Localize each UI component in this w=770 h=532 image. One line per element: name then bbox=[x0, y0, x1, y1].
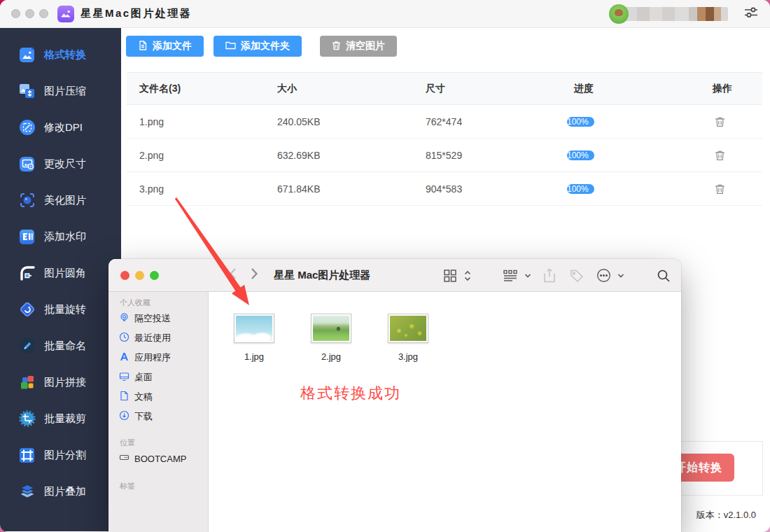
cell-dimensions: 904*583 bbox=[426, 183, 574, 195]
table-header: 文件名(3) 大小 尺寸 进度 操作 bbox=[127, 72, 762, 105]
batch-rename-icon bbox=[19, 337, 36, 354]
add-files-button[interactable]: 添加文件 bbox=[126, 36, 204, 57]
tag-icon[interactable] bbox=[570, 259, 584, 292]
format-convert-icon bbox=[19, 46, 36, 63]
sidebar-item-batch-rename[interactable]: 批量命名 bbox=[0, 328, 121, 364]
finder-item-applications[interactable]: 应用程序 bbox=[108, 348, 208, 368]
more-options-icon[interactable] bbox=[596, 259, 624, 292]
group-view-icon[interactable] bbox=[503, 259, 531, 292]
finder-sidebar: 个人收藏 隔空投送 最近使用 应用程序 桌面 文稿 bbox=[108, 292, 209, 532]
add-folder-button[interactable]: 添加文件夹 bbox=[214, 36, 302, 57]
close-window-icon[interactable] bbox=[11, 9, 20, 18]
sidebar-item-label: 更改尺寸 bbox=[44, 158, 86, 171]
app-titlebar: 星星Mac图片处理器 bbox=[0, 0, 770, 28]
cell-dimensions: 815*529 bbox=[426, 150, 574, 161]
col-actions: 操作 bbox=[713, 83, 762, 95]
sidebar-item-batch-rotate[interactable]: 批量旋转 bbox=[0, 291, 121, 328]
file-thumbnail[interactable]: 3.jpg bbox=[381, 314, 435, 362]
finder-item-label: 应用程序 bbox=[134, 351, 171, 364]
user-name-redacted bbox=[622, 7, 728, 21]
finder-window-controls bbox=[120, 271, 159, 280]
sidebar-item-image-overlay[interactable]: 图片叠加 bbox=[0, 473, 121, 510]
sidebar-item-round-corner[interactable]: 图片圆角 bbox=[0, 255, 121, 291]
favorites-header: 个人收藏 bbox=[108, 296, 208, 309]
finder-item-label: 下载 bbox=[134, 410, 153, 423]
file-name: 2.jpg bbox=[304, 351, 358, 362]
progress-bar: 100% bbox=[567, 184, 594, 194]
settings-sliders-icon[interactable] bbox=[743, 5, 759, 23]
sidebar-item-label: 图片分割 bbox=[44, 449, 86, 462]
desktop-icon bbox=[119, 371, 130, 384]
sky-photo-thumbnail bbox=[236, 316, 272, 341]
file-thumbnail[interactable]: 1.jpg bbox=[227, 314, 281, 362]
image-split-icon bbox=[19, 447, 36, 463]
zoom-window-icon[interactable] bbox=[39, 9, 48, 18]
sidebar-item-image-compress[interactable]: 图片压缩 bbox=[0, 73, 121, 109]
harddrive-icon bbox=[119, 452, 130, 465]
window-controls bbox=[11, 9, 48, 18]
finder-item-documents[interactable]: 文稿 bbox=[108, 387, 208, 407]
sidebar-item-watermark[interactable]: 添加水印 bbox=[0, 218, 121, 255]
app-logo-icon bbox=[57, 6, 74, 22]
forward-chevron-icon[interactable] bbox=[251, 267, 258, 283]
flowers-photo-thumbnail bbox=[390, 316, 426, 341]
cell-filename: 3.png bbox=[139, 183, 277, 195]
sidebar-item-modify-dpi[interactable]: 修改DPI bbox=[0, 109, 121, 146]
sidebar-item-beautify[interactable]: 美化图片 bbox=[0, 182, 121, 218]
round-corner-icon bbox=[19, 265, 36, 281]
col-size: 大小 bbox=[277, 83, 426, 95]
minimize-window-icon[interactable] bbox=[25, 9, 34, 18]
sidebar-item-label: 美化图片 bbox=[44, 194, 86, 207]
downloads-icon bbox=[119, 410, 130, 423]
table-row: 1.png 240.05KB 762*474 100% bbox=[127, 105, 762, 139]
finder-minimize-icon[interactable] bbox=[135, 271, 144, 280]
recents-clock-icon bbox=[119, 332, 130, 344]
finder-item-airdrop[interactable]: 隔空投送 bbox=[108, 309, 208, 328]
cell-dimensions: 762*474 bbox=[426, 116, 574, 127]
delete-row-button[interactable] bbox=[715, 116, 725, 127]
sidebar-item-label: 修改DPI bbox=[44, 121, 83, 134]
icon-view-icon[interactable] bbox=[443, 259, 471, 292]
col-dimensions: 尺寸 bbox=[426, 83, 574, 95]
clear-images-button[interactable]: 清空图片 bbox=[320, 36, 397, 57]
finder-item-downloads[interactable]: 下载 bbox=[108, 407, 208, 426]
search-icon[interactable] bbox=[657, 259, 671, 292]
finder-item-label: 隔空投送 bbox=[134, 312, 171, 325]
sidebar-item-format-convert[interactable]: 格式转换 bbox=[0, 36, 121, 73]
sidebar-item-batch-crop[interactable]: 批量裁剪 bbox=[0, 400, 121, 437]
finder-content: 1.jpg 2.jpg 3.jpg 格式转换成功 bbox=[209, 292, 681, 532]
sidebar-item-label: 图片压缩 bbox=[44, 85, 86, 98]
sidebar-item-image-stitch[interactable]: 图片拼接 bbox=[0, 364, 121, 400]
finder-close-icon[interactable] bbox=[120, 271, 130, 280]
watermark-icon bbox=[19, 228, 36, 245]
user-avatar[interactable] bbox=[609, 4, 629, 24]
delete-row-button[interactable] bbox=[715, 150, 725, 161]
back-chevron-icon[interactable] bbox=[229, 267, 237, 283]
image-stitch-icon bbox=[19, 374, 36, 391]
cell-size: 240.05KB bbox=[277, 116, 426, 127]
documents-icon bbox=[119, 391, 130, 403]
finder-item-recents[interactable]: 最近使用 bbox=[108, 328, 208, 348]
finder-zoom-icon[interactable] bbox=[150, 271, 159, 280]
sidebar-item-label: 格式转换 bbox=[44, 48, 86, 62]
finder-window: 星星 Mac图片处理器 个人收藏 隔空投送 bbox=[108, 259, 681, 532]
finder-item-bootcamp[interactable]: BOOTCAMP bbox=[108, 449, 208, 468]
applications-icon bbox=[119, 351, 130, 364]
sidebar-item-label: 批量裁剪 bbox=[44, 412, 86, 426]
success-annotation-text: 格式转换成功 bbox=[300, 383, 401, 404]
finder-item-desktop[interactable]: 桌面 bbox=[108, 368, 208, 387]
progress-bar: 100% bbox=[567, 117, 594, 127]
share-icon[interactable] bbox=[543, 259, 556, 292]
file-thumbnail[interactable]: 2.jpg bbox=[304, 314, 358, 362]
sidebar-item-resize[interactable]: 更改尺寸 bbox=[0, 146, 121, 182]
sidebar-item-image-split[interactable]: 图片分割 bbox=[0, 437, 121, 473]
sidebar-item-label: 批量命名 bbox=[44, 340, 86, 353]
sidebar-item-label: 图片圆角 bbox=[44, 267, 86, 280]
clear-images-label: 清空图片 bbox=[346, 40, 385, 52]
col-progress: 进度 bbox=[574, 83, 713, 95]
trash-icon bbox=[332, 41, 341, 52]
version-label: 版本：v2.1.0.0 bbox=[696, 509, 756, 522]
delete-row-button[interactable] bbox=[715, 183, 725, 195]
add-folder-label: 添加文件夹 bbox=[241, 40, 290, 52]
app-title: 星星Mac图片处理器 bbox=[80, 7, 192, 20]
